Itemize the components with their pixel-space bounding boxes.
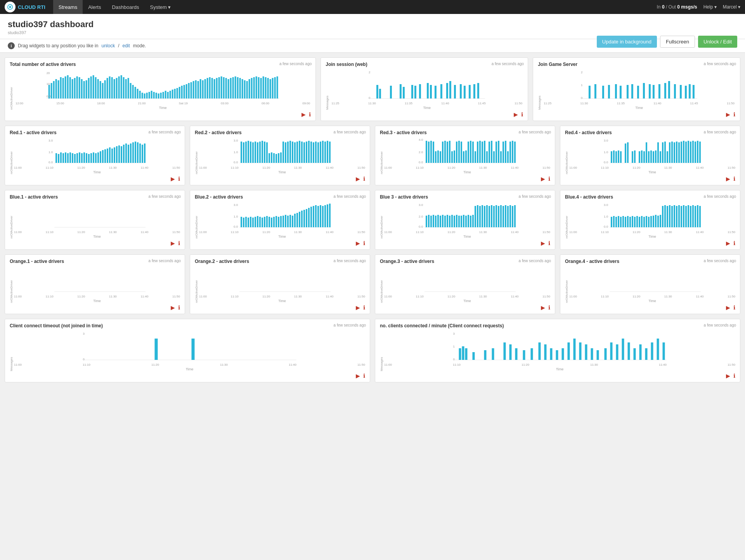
orange2-play-btn[interactable]: ▶ <box>356 304 360 311</box>
nav-alerts[interactable]: Alerts <box>83 0 106 14</box>
blue2-play-btn[interactable]: ▶ <box>356 240 360 246</box>
red2-play-btn[interactable]: ▶ <box>356 176 360 182</box>
orange4-play-btn[interactable]: ▶ <box>726 304 730 311</box>
orange1-play-btn[interactable]: ▶ <box>171 304 175 311</box>
svg-rect-60 <box>181 86 183 99</box>
total-drivers-info-btn[interactable]: ℹ <box>309 111 311 118</box>
svg-rect-215 <box>278 153 279 163</box>
orange1-info-btn[interactable]: ℹ <box>178 304 180 311</box>
orange2-info-btn[interactable]: ℹ <box>363 304 365 311</box>
clients-connected-play-btn[interactable]: ▶ <box>726 373 730 379</box>
join-session-info-btn[interactable]: ℹ <box>521 111 523 118</box>
svg-rect-396 <box>489 206 490 227</box>
svg-rect-394 <box>484 206 485 227</box>
red1-play-btn[interactable]: ▶ <box>171 176 175 182</box>
red2-info-btn[interactable]: ℹ <box>363 176 365 182</box>
svg-rect-89 <box>249 79 250 99</box>
red4-chart: nrOfActiveDriver 3.0 1.0 0.0 <box>565 138 735 174</box>
svg-rect-225 <box>301 142 303 163</box>
edit-link[interactable]: edit <box>122 43 130 48</box>
help-button[interactable]: Help ▾ <box>703 4 717 10</box>
blue1-play-btn[interactable]: ▶ <box>171 240 175 246</box>
red2-chart-container: 3.0 1.0 0.0 <box>199 138 365 174</box>
unlock-link[interactable]: unlock <box>101 43 115 48</box>
blue-row: Blue.1 - active drivers a few seconds ag… <box>5 190 740 250</box>
svg-rect-400 <box>498 206 499 227</box>
svg-rect-113 <box>411 85 413 99</box>
red3-play-btn[interactable]: ▶ <box>541 176 545 182</box>
svg-rect-370 <box>428 215 430 227</box>
svg-rect-185 <box>123 145 125 163</box>
svg-rect-180 <box>111 149 113 163</box>
blue3-chart: nrOfActiveDriver 3.0 2.0 0.0 <box>380 202 550 239</box>
red2-title: Red.2 - active drivers <box>195 130 242 135</box>
orange3-play-btn[interactable]: ▶ <box>541 304 545 311</box>
update-background-button[interactable]: Update in background <box>597 36 657 48</box>
svg-rect-492 <box>639 344 642 360</box>
nav-system[interactable]: System ▾ <box>145 0 177 14</box>
svg-rect-114 <box>414 86 416 99</box>
svg-rect-14 <box>74 78 76 99</box>
widget-blue3: Blue 3 - active drivers a few seconds ag… <box>375 190 555 250</box>
join-game-info-btn[interactable]: ℹ <box>733 111 735 118</box>
orange2-chart: nrOfActiveDriver 11:00 11:10 11:20 11:30… <box>195 266 365 303</box>
svg-rect-37 <box>128 78 129 99</box>
client-timeout-info-btn[interactable]: ℹ <box>363 373 365 379</box>
page-header: studio397 dashboard studio397 Update in … <box>0 14 745 39</box>
svg-rect-436 <box>667 206 668 227</box>
svg-rect-109 <box>379 89 381 99</box>
orange4-info-btn[interactable]: ℹ <box>733 304 735 311</box>
svg-rect-446 <box>690 206 691 227</box>
svg-rect-189 <box>132 142 134 163</box>
svg-rect-422 <box>634 217 636 227</box>
svg-rect-234 <box>322 141 324 163</box>
join-game-play-btn[interactable]: ▶ <box>726 111 730 118</box>
svg-rect-186 <box>125 143 127 163</box>
svg-rect-135 <box>608 85 610 99</box>
svg-text:4.0: 4.0 <box>419 138 423 142</box>
svg-rect-256 <box>458 141 460 163</box>
svg-rect-49 <box>156 93 157 99</box>
svg-rect-118 <box>435 86 437 99</box>
join-session-chart: Messages 2 0 <box>326 69 523 110</box>
blue4-play-btn[interactable]: ▶ <box>726 240 730 246</box>
client-timeout-play-btn[interactable]: ▶ <box>356 373 360 379</box>
svg-rect-70 <box>204 79 206 99</box>
blue2-info-btn[interactable]: ℹ <box>363 240 365 246</box>
svg-rect-205 <box>255 142 256 163</box>
svg-rect-300 <box>653 151 654 163</box>
red3-info-btn[interactable]: ℹ <box>548 176 550 182</box>
red4-play-btn[interactable]: ▶ <box>726 176 730 182</box>
blue4-info-btn[interactable]: ℹ <box>733 240 735 246</box>
svg-rect-431 <box>655 215 657 227</box>
nav-streams[interactable]: Streams <box>53 0 83 14</box>
fullscreen-button[interactable]: Fullscreen <box>660 36 695 48</box>
svg-rect-176 <box>102 150 104 163</box>
svg-rect-466 <box>465 348 468 360</box>
blue3-info-btn[interactable]: ℹ <box>548 240 550 246</box>
clients-connected-info-btn[interactable]: ℹ <box>733 373 735 379</box>
red4-info-btn[interactable]: ℹ <box>733 176 735 182</box>
user-menu[interactable]: Marcel ▾ <box>723 4 740 10</box>
unlock-edit-button[interactable]: Unlock / Edit <box>698 36 737 48</box>
orange3-info-btn[interactable]: ℹ <box>548 304 550 311</box>
nav-dashboards[interactable]: Dashboards <box>106 0 144 14</box>
svg-rect-94 <box>260 78 262 99</box>
svg-rect-420 <box>629 217 631 227</box>
total-drivers-play-btn[interactable]: ▶ <box>301 111 306 118</box>
total-drivers-chart: nrOfActiveDriver <box>10 69 311 110</box>
svg-rect-337 <box>266 216 268 227</box>
svg-rect-54 <box>167 92 169 99</box>
svg-rect-444 <box>685 206 687 227</box>
red1-info-btn[interactable]: ℹ <box>178 176 180 182</box>
svg-rect-34 <box>121 75 122 99</box>
blue3-play-btn[interactable]: ▶ <box>541 240 545 246</box>
svg-rect-316 <box>690 142 691 163</box>
svg-rect-427 <box>646 216 647 227</box>
svg-rect-161 <box>67 153 69 163</box>
join-session-play-btn[interactable]: ▶ <box>514 111 518 118</box>
svg-point-1 <box>9 6 11 8</box>
widget-blue2: Blue.2 - active drivers a few seconds ag… <box>190 190 370 250</box>
blue1-info-btn[interactable]: ℹ <box>178 240 180 246</box>
svg-rect-151 <box>693 85 695 99</box>
